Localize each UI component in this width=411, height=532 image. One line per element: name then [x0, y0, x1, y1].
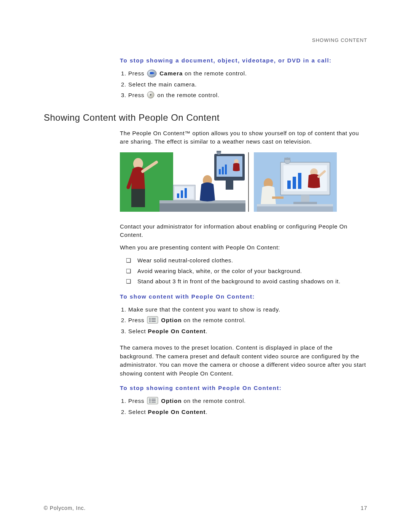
heading-stop-poc: To stop showing content with People On C…	[120, 385, 367, 391]
svg-rect-37	[301, 195, 309, 202]
show-step-1: Make sure that the content you want to s…	[128, 304, 367, 315]
svg-rect-22	[219, 169, 221, 174]
disc-icon	[147, 91, 155, 99]
show-step-2a: Press	[128, 317, 146, 323]
svg-rect-32	[287, 181, 291, 189]
step-1-text-a: Press	[128, 70, 146, 77]
poc-contact: Contact your administrator for informati…	[120, 222, 367, 240]
svg-rect-12	[177, 193, 179, 198]
step-3: Press on	[128, 90, 367, 101]
stop-step-2: Select People On Content.	[128, 407, 367, 418]
stop-step-2c: .	[206, 409, 207, 415]
svg-rect-25	[226, 181, 233, 190]
svg-point-50	[150, 321, 151, 322]
svg-rect-40	[284, 158, 290, 160]
svg-rect-1	[150, 72, 153, 74]
stop-step-2b: People On Content	[148, 409, 206, 415]
footer-page-number: 17	[361, 505, 367, 511]
option-icon	[147, 397, 158, 404]
stop-step-1a: Press	[128, 398, 146, 404]
svg-point-48	[150, 320, 151, 321]
svg-point-46	[150, 318, 151, 319]
option-icon	[147, 316, 158, 324]
section-stop-showing-doc: To stop showing a document, object, vide…	[120, 57, 367, 101]
section-title-poc: Showing Content with People On Content	[44, 112, 367, 123]
content: To stop showing a document, object, vide…	[44, 57, 367, 417]
svg-rect-38	[293, 202, 317, 204]
svg-point-55	[150, 400, 151, 401]
stop-step-1: Press Option on the remote control.	[128, 396, 367, 407]
svg-rect-14	[185, 188, 187, 198]
poc-note: The camera moves to the preset location.…	[120, 343, 367, 378]
tip-1: Wear solid neutral-colored clothes.	[128, 256, 367, 265]
step-3-text-b: on the remote control.	[157, 92, 220, 98]
show-step-3: Select People On Content.	[128, 326, 367, 337]
svg-rect-23	[222, 167, 224, 174]
step-3-text-a: Press	[128, 92, 146, 98]
step-2: Select the main camera.	[128, 79, 367, 90]
tip-2: Avoid wearing black, white, or the color…	[128, 266, 367, 276]
stop-step-2a: Select	[128, 409, 148, 415]
steps-show-poc: Make sure that the content you want to s…	[120, 304, 367, 337]
svg-rect-27	[217, 151, 221, 152]
heading-show-poc: To show content with People On Content:	[120, 293, 367, 300]
illustration-svg	[120, 151, 337, 216]
illustration	[120, 151, 367, 216]
svg-rect-13	[181, 190, 183, 198]
show-step-2b: Option	[161, 317, 182, 323]
header-section-label: SHOWING CONTENT	[312, 37, 367, 43]
svg-point-4	[150, 94, 151, 96]
step-1: Press	[128, 68, 367, 79]
svg-point-57	[150, 402, 151, 403]
stop-step-1c: on the remote control.	[182, 398, 246, 404]
svg-rect-44	[257, 206, 333, 212]
svg-rect-17	[159, 203, 245, 212]
svg-rect-7	[131, 189, 145, 207]
show-step-2c: on the remote control.	[182, 317, 246, 323]
heading-stop-doc: To stop showing a document, object, vide…	[120, 57, 367, 64]
footer: © Polycom, Inc. 17	[44, 505, 367, 511]
footer-copyright: © Polycom, Inc.	[44, 505, 86, 511]
poc-tips: Wear solid neutral-colored clothes. Avoi…	[120, 256, 367, 286]
svg-rect-33	[293, 177, 296, 189]
camera-icon	[147, 69, 157, 78]
steps-stop-poc: Press Option on the remote control.	[120, 396, 367, 417]
section-poc: The People On Content™ option allows you…	[120, 129, 367, 418]
show-step-3a: Select	[128, 328, 148, 334]
svg-rect-24	[225, 165, 227, 174]
show-step-2: Press Option on the remote control.	[128, 315, 367, 326]
step-1-rest: on the remote control.	[183, 70, 247, 77]
tip-3: Stand about 3 ft in front of the backgro…	[128, 276, 367, 286]
svg-point-53	[150, 399, 151, 400]
svg-rect-43	[257, 204, 333, 206]
poc-when: When you are presenting content with Peo…	[120, 243, 367, 252]
stop-step-1b: Option	[161, 398, 182, 404]
steps-stop-doc: Press	[120, 68, 367, 101]
svg-rect-42	[272, 197, 284, 199]
step-1-camera-bold: Camera	[159, 70, 183, 77]
show-step-3b: People On Content	[148, 328, 206, 334]
poc-intro: The People On Content™ option allows you…	[120, 129, 367, 146]
show-step-3c: .	[206, 328, 207, 334]
svg-rect-34	[298, 173, 301, 189]
page: SHOWING CONTENT To stop showing a docume…	[0, 0, 411, 532]
